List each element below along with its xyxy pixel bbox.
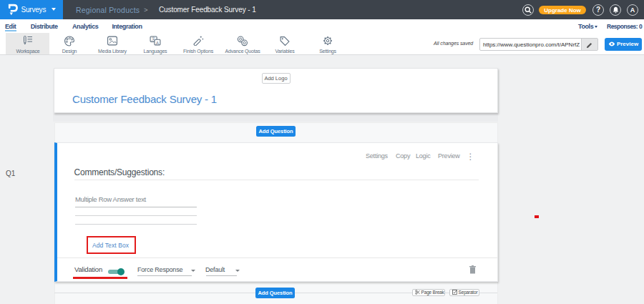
svg-text:A: A <box>156 41 159 45</box>
svg-text:文: 文 <box>152 36 156 41</box>
